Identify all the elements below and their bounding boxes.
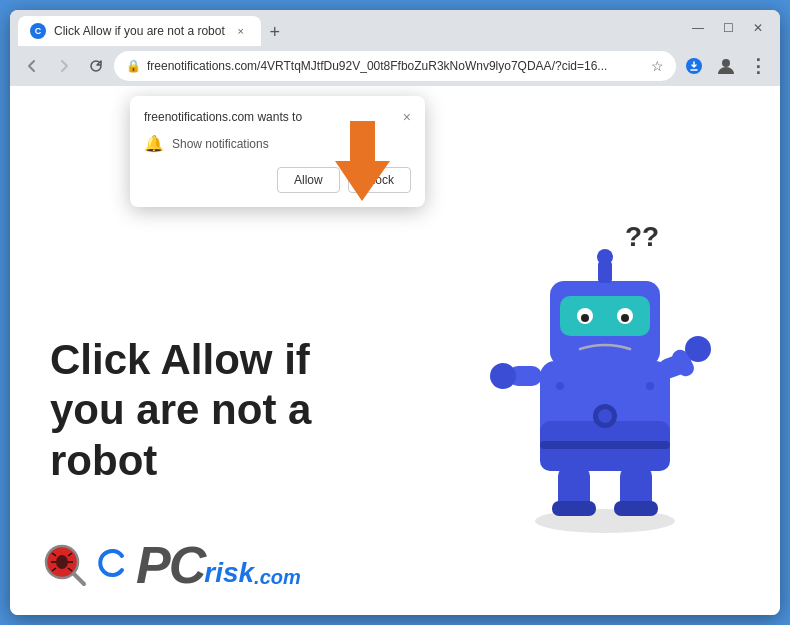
- page-heading: Click Allow if you are not a robot: [50, 335, 440, 486]
- svg-point-15: [597, 249, 613, 265]
- svg-point-32: [56, 555, 68, 569]
- robot-illustration: ??: [460, 201, 740, 541]
- minimize-button[interactable]: —: [684, 14, 712, 42]
- title-bar: C Click Allow if you are not a robot × +…: [10, 10, 780, 46]
- c-brand-icon: [98, 548, 126, 582]
- maximize-button[interactable]: ☐: [714, 14, 742, 42]
- bell-icon: 🔔: [144, 134, 164, 153]
- url-text: freenotifications.com/4VRTtqMJtfDu92V_00…: [147, 59, 645, 73]
- lock-icon: 🔒: [126, 59, 141, 73]
- svg-point-1: [722, 59, 730, 67]
- forward-button[interactable]: [50, 52, 78, 80]
- browser-window: C Click Allow if you are not a robot × +…: [10, 10, 780, 615]
- svg-rect-23: [614, 501, 658, 516]
- download-button[interactable]: [680, 52, 708, 80]
- svg-marker-3: [335, 121, 390, 201]
- pc-text: PC: [136, 535, 204, 595]
- menu-button[interactable]: ⋮: [744, 52, 772, 80]
- popup-notification-text: Show notifications: [172, 137, 269, 151]
- tab-title: Click Allow if you are not a robot: [54, 24, 225, 38]
- profile-button[interactable]: [712, 52, 740, 80]
- popup-close-button[interactable]: ×: [403, 110, 411, 124]
- close-button[interactable]: ✕: [744, 14, 772, 42]
- tab-favicon: C: [30, 23, 46, 39]
- bookmark-icon[interactable]: ☆: [651, 58, 664, 74]
- svg-text:??: ??: [625, 221, 659, 252]
- robot-svg: ??: [470, 201, 730, 541]
- tab-close-button[interactable]: ×: [233, 23, 249, 39]
- svg-rect-21: [552, 501, 596, 516]
- bottom-branding: PC risk .com: [40, 535, 301, 595]
- svg-point-12: [581, 314, 589, 322]
- pointing-arrow: [320, 116, 400, 216]
- back-button[interactable]: [18, 52, 46, 80]
- active-tab[interactable]: C Click Allow if you are not a robot ×: [18, 16, 261, 46]
- popup-title: freenotifications.com wants to: [144, 110, 302, 124]
- window-controls: — ☐ ✕: [684, 14, 772, 42]
- address-bar[interactable]: 🔒 freenotifications.com/4VRTtqMJtfDu92V_…: [114, 51, 676, 81]
- scan-icon: [40, 540, 90, 590]
- dot-com-text: .com: [254, 566, 301, 589]
- risk-text: risk: [204, 557, 254, 589]
- svg-point-27: [556, 382, 564, 390]
- arrow-container: [320, 116, 400, 220]
- reload-button[interactable]: [82, 52, 110, 80]
- page-content: freenotifications.com wants to × 🔔 Show …: [10, 86, 780, 615]
- svg-point-28: [646, 382, 654, 390]
- svg-point-13: [621, 314, 629, 322]
- svg-rect-26: [540, 441, 670, 449]
- svg-point-17: [490, 363, 516, 389]
- tab-strip: C Click Allow if you are not a robot × +: [18, 10, 680, 46]
- svg-rect-9: [560, 296, 650, 336]
- page-text-section: Click Allow if you are not a robot: [50, 215, 460, 486]
- pcrisk-logo: PC risk .com: [136, 535, 301, 595]
- new-tab-button[interactable]: +: [261, 18, 289, 46]
- browser-toolbar: 🔒 freenotifications.com/4VRTtqMJtfDu92V_…: [10, 46, 780, 86]
- svg-line-39: [74, 574, 84, 584]
- svg-point-25: [598, 409, 612, 423]
